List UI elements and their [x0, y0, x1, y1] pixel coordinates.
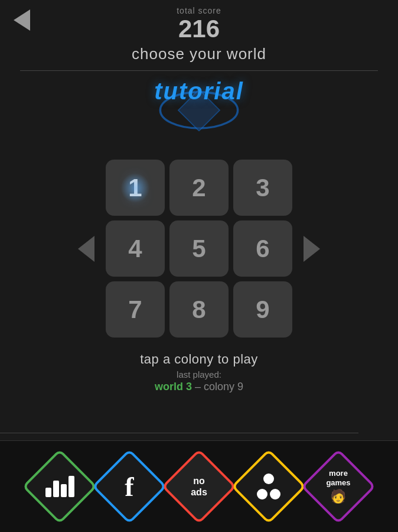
colony-number-7: 7 — [128, 296, 142, 324]
nav-arrow-right[interactable] — [297, 231, 327, 267]
back-button[interactable] — [7, 7, 37, 33]
colony-cell-4[interactable]: 4 — [106, 220, 165, 277]
colony-cell-7[interactable]: 7 — [106, 281, 165, 338]
stats-icon-content — [45, 476, 74, 497]
header: total score 216 choose your world — [0, 0, 398, 63]
colony-number-8: 8 — [192, 296, 205, 324]
circles-icon-content — [256, 473, 282, 499]
total-score-label: total score — [0, 6, 398, 15]
choose-world-title: choose your world — [0, 45, 398, 63]
back-arrow-icon — [14, 9, 30, 31]
circles-button[interactable] — [239, 457, 298, 516]
colony-number-5: 5 — [192, 235, 205, 263]
circle-bottom-left — [257, 489, 267, 499]
colony-cell-1[interactable]: 1 — [106, 160, 165, 216]
bottom-bar: f noads moregames 🧑 — [0, 440, 398, 532]
last-played-value: world 3 – colony 9 — [140, 381, 258, 393]
colony-number-4: 4 — [128, 235, 142, 263]
no-ads-text: noads — [191, 475, 207, 498]
right-arrow-icon — [304, 236, 320, 262]
last-played-world: world 3 — [155, 381, 192, 392]
total-score-value: 216 — [0, 15, 398, 43]
more-games-text: moregames — [326, 469, 350, 487]
colony-number-9: 9 — [256, 296, 269, 324]
colony-cell-3[interactable]: 3 — [233, 160, 292, 216]
colony-number-6: 6 — [256, 235, 269, 263]
colony-cell-9[interactable]: 9 — [233, 281, 292, 338]
bar-4 — [68, 476, 74, 497]
tutorial-label: tutorial — [152, 78, 246, 105]
no-ads-button[interactable]: noads — [169, 457, 229, 516]
main-content: 1 2 3 4 5 6 7 8 9 — [0, 155, 398, 393]
last-played-separator: – — [192, 381, 204, 392]
circles-icon — [256, 473, 282, 499]
colony-number-2: 2 — [192, 174, 205, 202]
bar-3 — [61, 484, 67, 497]
more-games-button[interactable]: moregames 🧑 — [309, 457, 368, 516]
stats-bars-icon — [45, 476, 74, 497]
nav-arrow-left[interactable] — [71, 231, 101, 267]
tutorial-icon: tutorial — [152, 78, 246, 143]
facebook-button[interactable]: f — [100, 457, 159, 516]
tutorial-section[interactable]: tutorial — [0, 78, 398, 143]
stats-button[interactable] — [30, 457, 89, 516]
colony-number-3: 3 — [256, 174, 269, 202]
circle-bottom-right — [270, 489, 280, 499]
colony-grid: 1 2 3 4 5 6 7 8 9 — [101, 155, 297, 342]
colony-cell-2[interactable]: 2 — [169, 160, 229, 216]
grid-wrapper: 1 2 3 4 5 6 7 8 9 — [0, 155, 398, 342]
tap-colony-text: tap a colony to play — [140, 352, 258, 367]
last-played-colony: colony 9 — [204, 381, 243, 392]
bottom-divider — [0, 433, 358, 433]
character-icon: 🧑 — [326, 489, 350, 504]
circle-top — [263, 473, 274, 484]
facebook-icon-content: f — [125, 471, 133, 502]
colony-number-1: 1 — [128, 174, 142, 202]
bar-2 — [53, 481, 59, 497]
colony-cell-5[interactable]: 5 — [169, 220, 229, 277]
more-games-icon-content: moregames 🧑 — [326, 469, 350, 504]
bar-1 — [45, 488, 51, 497]
instructions: tap a colony to play last played: world … — [140, 352, 258, 393]
colony-cell-6[interactable]: 6 — [233, 220, 292, 277]
colony-cell-8[interactable]: 8 — [169, 281, 229, 338]
last-played-label: last played: — [140, 369, 258, 379]
facebook-f-icon: f — [125, 471, 133, 502]
no-ads-icon-content: noads — [191, 475, 207, 498]
top-divider — [20, 70, 379, 71]
left-arrow-icon — [78, 236, 94, 262]
